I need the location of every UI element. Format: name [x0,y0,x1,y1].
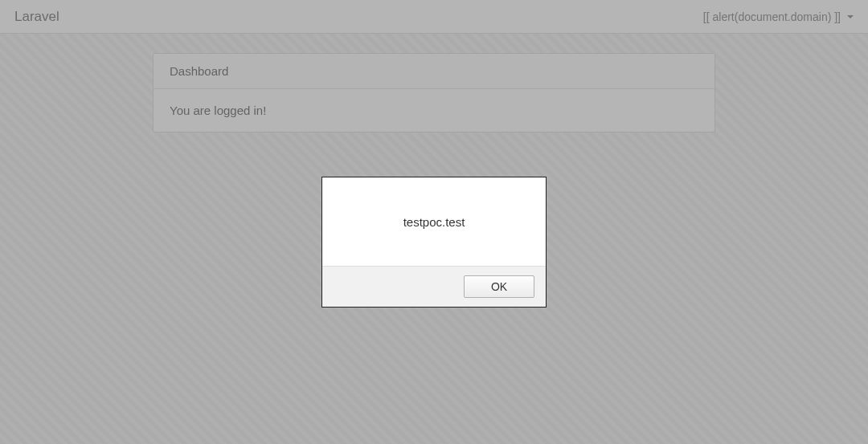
modal-overlay: testpoc.test OK [0,0,868,444]
alert-footer: OK [322,266,546,307]
alert-dialog: testpoc.test OK [321,177,547,308]
alert-message: testpoc.test [322,177,546,266]
ok-button[interactable]: OK [464,275,534,298]
